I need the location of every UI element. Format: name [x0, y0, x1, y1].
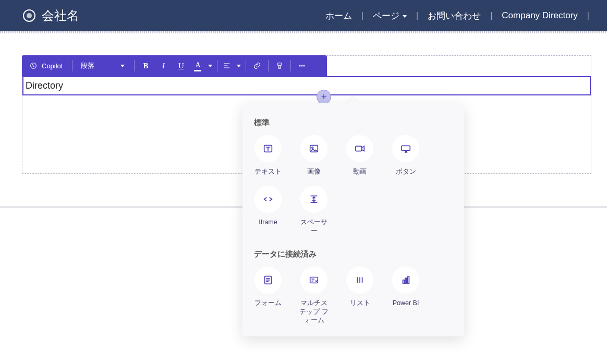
nav-pages[interactable]: ページ	[366, 10, 414, 22]
copilot-button[interactable]: Copilot	[22, 55, 70, 76]
spacer-icon	[308, 193, 320, 205]
section-title-connected: データに接続済み	[254, 249, 455, 259]
font-color-group: A	[190, 55, 215, 76]
font-color-bar	[194, 70, 201, 71]
svg-rect-20	[310, 277, 318, 283]
copilot-label: Copilot	[42, 62, 63, 70]
component-iframe[interactable]: Iframe	[252, 186, 284, 236]
component-label: リスト	[350, 299, 370, 308]
component-list[interactable]: リスト	[344, 266, 376, 325]
font-color-letter: A	[195, 62, 200, 69]
component-image[interactable]: 画像	[298, 135, 330, 176]
code-icon	[262, 193, 274, 205]
brand[interactable]: 会社名	[23, 7, 79, 24]
nav-home[interactable]: ホーム	[318, 10, 359, 22]
component-button[interactable]: ボタン	[390, 135, 422, 176]
chevron-down-icon	[237, 65, 241, 67]
link-button[interactable]	[248, 55, 266, 76]
brand-logo-icon	[23, 9, 35, 22]
svg-point-11	[312, 147, 313, 149]
svg-point-7	[301, 65, 302, 66]
chevron-down-icon	[120, 65, 125, 67]
font-color-caret[interactable]	[205, 55, 215, 76]
nav-links: ホーム | ページ | お問い合わせ | Company Directory |	[318, 10, 591, 22]
align-caret[interactable]	[234, 55, 244, 76]
heading-text-block[interactable]: Directory	[22, 76, 591, 95]
standard-components-grid: テキスト 画像 動画 ボタン Iframe スペーサー	[252, 135, 455, 236]
brush-icon	[275, 62, 284, 70]
button-icon	[400, 143, 411, 154]
svg-point-6	[299, 65, 300, 66]
add-component-button[interactable]: +	[317, 90, 331, 104]
svg-rect-13	[402, 146, 410, 151]
nav-separator: |	[488, 11, 494, 20]
brand-name: 会社名	[42, 7, 79, 24]
toolbar-separator	[246, 60, 246, 71]
component-video[interactable]: 動画	[344, 135, 376, 176]
component-label: マルチステップ フォーム	[298, 299, 330, 325]
component-spacer[interactable]: スペーサー	[298, 186, 330, 236]
link-icon	[253, 62, 261, 70]
video-icon	[354, 143, 366, 154]
format-painter-button[interactable]	[271, 55, 288, 76]
component-label: テキスト	[254, 167, 282, 176]
nav-pages-label: ページ	[373, 10, 399, 22]
editor-section: Copilot 段落 B I U A	[22, 55, 591, 95]
bold-button[interactable]: B	[137, 55, 154, 76]
more-button[interactable]	[293, 55, 311, 76]
multistep-form-icon	[308, 274, 320, 286]
list-icon	[354, 274, 366, 286]
form-icon	[262, 274, 274, 286]
toolbar-separator	[134, 60, 135, 71]
nav-separator: |	[585, 11, 591, 20]
align-button[interactable]	[220, 55, 234, 76]
chevron-down-icon	[403, 15, 407, 18]
copilot-icon	[29, 62, 38, 70]
nav-contact[interactable]: お問い合わせ	[420, 10, 488, 22]
paragraph-style-select[interactable]: 段落	[75, 55, 132, 76]
connected-components-grid: フォーム マルチステップ フォーム リスト Power BI	[252, 266, 455, 325]
svg-rect-26	[403, 280, 405, 283]
italic-button[interactable]: I	[154, 55, 172, 76]
component-powerbi[interactable]: Power BI	[390, 266, 422, 325]
component-form[interactable]: フォーム	[252, 266, 284, 325]
font-color-button[interactable]: A	[190, 55, 205, 76]
svg-rect-12	[356, 146, 362, 151]
component-multistep-form[interactable]: マルチステップ フォーム	[298, 266, 330, 325]
nav-separator: |	[359, 11, 366, 20]
component-picker-popover: 標準 テキスト 画像 動画 ボタン Iframe スペーサー データに接続済み	[242, 103, 464, 336]
toolbar-separator	[268, 60, 269, 71]
nav-separator: |	[414, 11, 420, 20]
toolbar-separator	[72, 60, 72, 71]
chevron-down-icon	[208, 65, 212, 67]
component-label: 動画	[353, 167, 367, 176]
align-group	[220, 55, 244, 76]
editor-toolbar: Copilot 段落 B I U A	[22, 55, 327, 76]
svg-point-8	[304, 65, 305, 66]
top-navbar: 会社名 ホーム | ページ | お問い合わせ | Company Directo…	[0, 0, 607, 31]
svg-rect-28	[408, 276, 409, 283]
ellipsis-icon	[298, 62, 306, 70]
image-icon	[308, 143, 320, 154]
text-icon	[262, 143, 274, 154]
align-left-icon	[223, 62, 231, 70]
component-label: スペーサー	[298, 218, 330, 236]
component-label: 画像	[307, 167, 321, 176]
toolbar-separator	[217, 60, 217, 71]
heading-text: Directory	[26, 80, 63, 91]
underline-button[interactable]: U	[172, 55, 190, 76]
section-title-standard: 標準	[254, 118, 455, 128]
component-text[interactable]: テキスト	[252, 135, 284, 176]
component-label: Iframe	[259, 218, 277, 227]
component-label: ボタン	[396, 167, 416, 176]
svg-rect-4	[278, 63, 282, 66]
svg-rect-27	[405, 278, 407, 283]
plus-icon: +	[321, 92, 327, 103]
paragraph-style-label: 段落	[81, 61, 94, 70]
component-label: Power BI	[393, 299, 419, 308]
nav-company-directory[interactable]: Company Directory	[494, 10, 585, 21]
svg-rect-5	[278, 67, 281, 69]
powerbi-icon	[400, 274, 411, 286]
toolbar-separator	[290, 60, 291, 71]
component-label: フォーム	[254, 299, 282, 308]
